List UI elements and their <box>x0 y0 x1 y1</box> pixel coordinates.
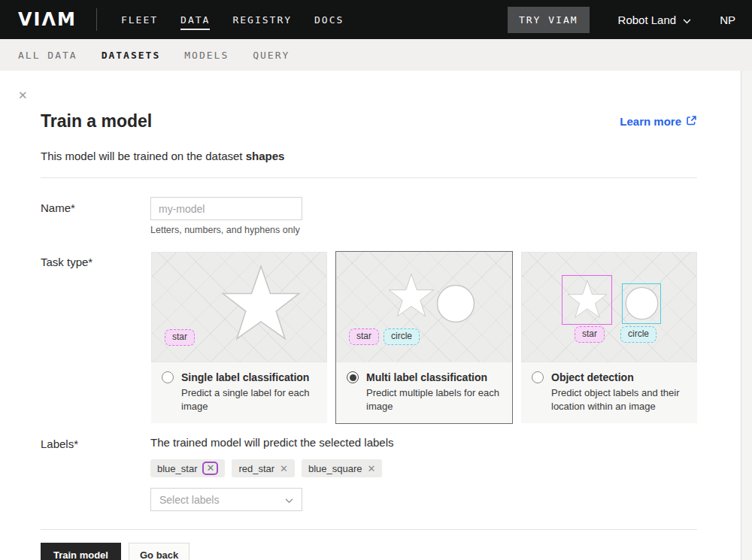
top-nav: VIΛM FLEET DATA REGISTRY DOCS TRY VIAM R… <box>0 0 752 39</box>
dataset-subtitle: This model will be trained on the datase… <box>41 150 697 162</box>
learn-more-label: Learn more <box>620 115 681 128</box>
task-card-single-label[interactable]: star Single label classification Predict… <box>150 251 328 424</box>
object-detection-title: Object detection <box>551 371 634 383</box>
label-chip-text: red_star <box>238 463 274 474</box>
single-label-title: Single label classification <box>181 371 309 383</box>
viam-logo[interactable]: VIΛM <box>18 9 77 30</box>
dataset-name: shapes <box>246 150 285 162</box>
star-tag: star <box>575 326 605 343</box>
multi-label-preview: star circle <box>336 252 512 362</box>
org-name: Robot Land <box>618 14 677 26</box>
header-divider <box>41 177 697 178</box>
org-switcher[interactable]: Robot Land <box>618 14 692 26</box>
task-card-object-detection[interactable]: star circle Object detection <box>520 251 698 424</box>
object-detection-preview: star circle <box>521 252 697 362</box>
selected-labels: blue_star ✕ red_star ✕ blue_square ✕ <box>150 459 394 477</box>
remove-label-icon[interactable]: ✕ <box>202 462 218 475</box>
model-name-input[interactable] <box>150 197 302 220</box>
circle-shape <box>625 286 659 323</box>
page-title: Train a model <box>41 111 152 132</box>
multi-label-description: Predict multiple labels for each image <box>366 386 509 413</box>
tab-all-data[interactable]: ALL DATA <box>18 50 77 61</box>
nav-item-docs[interactable]: DOCS <box>314 10 344 30</box>
single-label-description: Predict a single label for each image <box>181 386 324 413</box>
circle-tag: circle <box>384 328 420 345</box>
chevron-down-icon <box>683 14 691 26</box>
user-avatar[interactable]: NP <box>720 14 735 26</box>
single-label-preview: star <box>151 252 327 362</box>
dataset-subtitle-text: This model will be trained on the datase… <box>41 150 246 162</box>
labels-description: The trained model will predict the selec… <box>150 436 394 449</box>
tab-datasets[interactable]: DATASETS <box>102 50 161 61</box>
labels-field-label: Labels* <box>41 436 150 511</box>
task-card-multi-label[interactable]: star circle Multi label classification P… <box>335 251 513 424</box>
nav-item-data[interactable]: DATA <box>180 10 210 30</box>
task-type-label: Task type* <box>41 251 150 424</box>
multi-label-title: Multi label classification <box>366 371 487 383</box>
labels-select[interactable]: Select labels <box>150 488 302 511</box>
learn-more-link[interactable]: Learn more <box>620 115 697 129</box>
label-chip-blue-square: blue_square ✕ <box>302 459 382 477</box>
try-viam-button[interactable]: TRY VIAM <box>508 7 590 33</box>
logo-divider <box>96 8 97 31</box>
train-model-panel: ✕ Train a model Learn more This model wi… <box>0 71 741 560</box>
close-icon[interactable]: ✕ <box>18 89 29 101</box>
label-chip-blue-star: blue_star ✕ <box>150 459 225 477</box>
object-detection-radio[interactable] <box>532 371 544 383</box>
name-field-hint: Letters, numbers, and hyphens only <box>150 225 302 235</box>
single-label-radio[interactable] <box>162 371 174 383</box>
multi-label-radio[interactable] <box>347 371 359 383</box>
object-detection-description: Predict object labels and their location… <box>551 386 694 413</box>
remove-label-icon[interactable]: ✕ <box>280 464 288 474</box>
star-tag: star <box>349 328 379 345</box>
label-chip-text: blue_star <box>157 463 197 474</box>
chevron-down-icon <box>285 493 293 507</box>
circle-tag: circle <box>620 326 656 343</box>
go-back-button[interactable]: Go back <box>129 543 190 560</box>
label-chip-red-star: red_star ✕ <box>232 459 295 477</box>
name-field-label: Name* <box>41 197 150 235</box>
label-chip-text: blue_square <box>308 463 362 474</box>
labels-select-placeholder: Select labels <box>159 494 219 506</box>
page-body: ✕ Train a model Learn more This model wi… <box>0 71 752 560</box>
star-shape <box>567 280 608 322</box>
tab-query[interactable]: QUERY <box>253 50 290 61</box>
star-shape <box>388 273 435 321</box>
nav-item-fleet[interactable]: FLEET <box>121 10 158 30</box>
scrollbar-track[interactable] <box>741 71 752 560</box>
tab-models[interactable]: MODELS <box>184 50 229 61</box>
data-sub-nav: ALL DATA DATASETS MODELS QUERY <box>0 39 752 71</box>
circle-shape <box>436 284 475 326</box>
star-tag: star <box>165 329 195 346</box>
train-model-button[interactable]: Train model <box>41 543 121 560</box>
nav-item-registry[interactable]: REGISTRY <box>232 10 292 30</box>
star-shape <box>221 265 301 344</box>
external-link-icon <box>686 115 697 129</box>
remove-label-icon[interactable]: ✕ <box>368 464 376 474</box>
